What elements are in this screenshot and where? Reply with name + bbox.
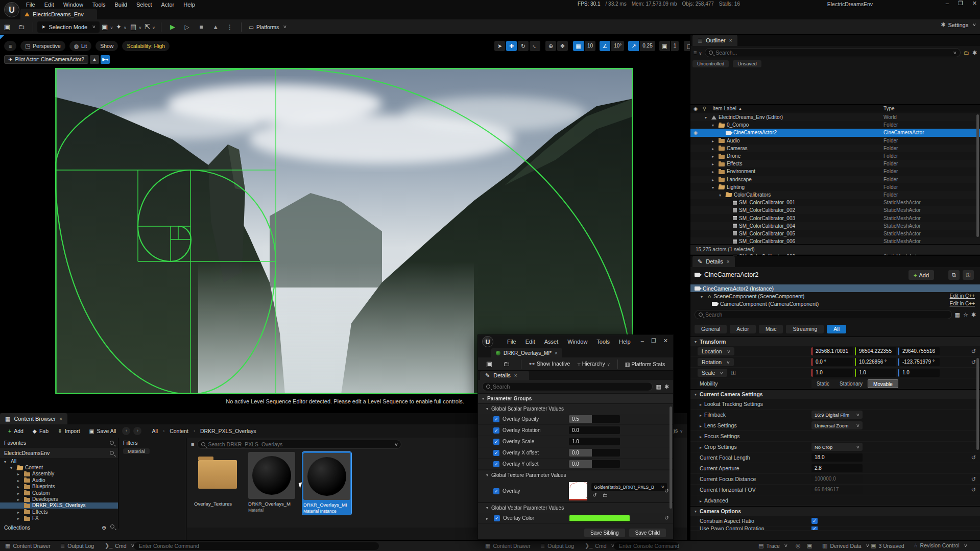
item-label-column[interactable]: Item Label	[712, 106, 736, 111]
reset-icon[interactable]: ↺	[971, 348, 976, 355]
mobility-static-button[interactable]: Static	[811, 379, 834, 388]
grid-snap-icon[interactable]: ▦	[573, 41, 584, 51]
pin-column-icon[interactable]: ⚲	[703, 106, 706, 111]
outliner-row[interactable]: LightingFolder	[690, 183, 980, 191]
search-icon[interactable]	[110, 441, 114, 445]
platform-stats-button[interactable]: ▥ Platform Stats	[625, 361, 665, 367]
aperture-field[interactable]: 2.8	[811, 464, 863, 472]
pilot-actor-label-pill[interactable]: ✈ Pilot Actor: CineCameraActor2	[4, 55, 88, 64]
scale-x-field[interactable]: 1.0	[811, 369, 853, 377]
content-drawer-button[interactable]: ▦Content Drawer	[5, 542, 51, 549]
search-icon[interactable]	[110, 524, 114, 529]
menu-help[interactable]: Help	[179, 1, 200, 9]
tree-item[interactable]: Developers	[0, 496, 118, 502]
eject-pilot-button[interactable]: ▲	[90, 55, 99, 64]
filter-chip-unsaved[interactable]: Unsaved	[733, 60, 761, 67]
expand-arrow[interactable]	[486, 515, 491, 521]
parameter-groups-header[interactable]: ▾Parameter Groups	[478, 393, 673, 403]
outliner-row[interactable]: LandscapeFolder	[690, 176, 980, 183]
visibility-column-icon[interactable]	[694, 106, 698, 111]
menu-tools[interactable]: Tools	[592, 338, 614, 346]
param-checkbox[interactable]: ✓	[493, 461, 499, 467]
show-dropdown[interactable]: Show	[95, 41, 118, 51]
use-selected-icon[interactable]: ↺	[592, 492, 596, 498]
add-collection-icon[interactable]: ⊕	[102, 524, 106, 531]
show-inactive-button[interactable]: 👓 Show Inactive	[529, 361, 570, 367]
mobility-movable-button[interactable]: Movable	[868, 379, 898, 388]
filter-icon[interactable]: ≡∨	[694, 50, 702, 56]
menu-window[interactable]: Window	[59, 1, 88, 9]
tab-streaming[interactable]: Streaming	[786, 325, 824, 333]
param-checkbox[interactable]: ✓	[493, 439, 499, 445]
rotation-snap-icon[interactable]: ∠	[600, 41, 610, 51]
details-settings-icon[interactable]	[971, 312, 976, 318]
scale-z-field[interactable]: 1.0	[898, 369, 940, 377]
grid-snap-value[interactable]: 10	[585, 41, 595, 51]
tree-item-content[interactable]: Content	[0, 464, 118, 470]
content-browser-tab[interactable]: ▦ Content Browser ×	[0, 413, 67, 424]
filter-chip-material[interactable]: Material	[123, 448, 150, 454]
vector-params-header[interactable]: ▾Global Vector Parameter Values	[478, 502, 673, 513]
lit-dropdown[interactable]: ◍ Lit	[69, 41, 91, 51]
param-checkbox[interactable]: ✓	[494, 515, 500, 521]
y-offset-field[interactable]: 0.0	[569, 460, 620, 468]
play-options-icon[interactable]: ⋮	[225, 22, 235, 32]
horizontal-fov-field[interactable]: 66.849617	[811, 486, 863, 494]
rotation-x-field[interactable]: 0.0 °	[811, 358, 853, 366]
camera-settings-section-header[interactable]: ▾Current Camera Settings	[690, 389, 980, 399]
save-sibling-button[interactable]: Save Sibling	[584, 529, 625, 537]
scale-dropdown[interactable]: Scale∨	[698, 369, 727, 377]
material-details-tab[interactable]: ✎ Details ×	[480, 371, 529, 380]
location-y-field[interactable]: 96504.222355	[855, 347, 896, 355]
window-console-command-input[interactable]: Enter Console Command	[614, 542, 679, 550]
viewport-options-menu[interactable]: ≡	[4, 41, 16, 51]
type-column[interactable]: Type	[883, 106, 895, 111]
pawn-rotation-checkbox[interactable]: ✓	[811, 526, 818, 531]
rotation-snap-value[interactable]: 10°	[611, 41, 624, 51]
outliner-row[interactable]: SM_ColorCalibrator_001StaticMeshActor	[690, 199, 980, 206]
location-z-field[interactable]: 29640.755516	[898, 347, 940, 355]
maximize-button[interactable]: ❐	[958, 0, 963, 7]
component-row-scene-component[interactable]: ⌂ SceneComponent (SceneComponent) Edit i…	[690, 292, 980, 300]
tree-item[interactable]: Blueprints	[0, 484, 118, 490]
settings-dropdown[interactable]: Settings ∨	[941, 21, 976, 28]
import-button[interactable]: ⇩Import	[55, 426, 83, 436]
camera-speed-icon[interactable]: ▣	[659, 41, 670, 51]
breadcrumb-current-folder[interactable]: DRKR_PXLS_Overlays	[200, 428, 256, 434]
selection-mode-dropdown[interactable]: ➤ Selection Mode ∨	[37, 21, 100, 33]
select-tool-button[interactable]: ➤	[494, 41, 505, 51]
play-button[interactable]: ▶	[168, 22, 178, 32]
mobility-stationary-button[interactable]: Stationary	[834, 379, 868, 388]
display-options-icon[interactable]: ▦	[656, 384, 661, 390]
filter-chip-uncontrolled[interactable]: Uncontrolled	[692, 60, 729, 67]
menu-window[interactable]: Window	[563, 338, 592, 346]
play-from-here-button[interactable]: ▷	[182, 22, 192, 32]
reset-icon[interactable]: ↺	[664, 488, 669, 494]
scale-tool-button[interactable]: ↔	[530, 41, 540, 51]
component-row-actor-instance[interactable]: CineCameraActor2 (Instance)	[690, 284, 980, 292]
unsaved-assets-button[interactable]: ▣3 Unsaved	[871, 542, 904, 549]
view-options-icon[interactable]: ≡	[191, 441, 194, 447]
focus-distance-field[interactable]: 100000.0	[811, 475, 863, 483]
forward-button[interactable]: ›	[133, 427, 141, 435]
param-checkbox[interactable]: ✓	[493, 450, 499, 456]
back-button[interactable]: ‹	[122, 427, 130, 435]
breadcrumb-content[interactable]: Content	[170, 428, 188, 434]
advanced-row[interactable]: Advanced	[690, 495, 980, 506]
outliner-row-selected[interactable]: CineCameraActor2CineCameraActor	[690, 129, 980, 136]
param-checkbox[interactable]: ✓	[493, 416, 499, 422]
menu-asset[interactable]: Asset	[540, 338, 563, 346]
surface-snap-icon[interactable]: ❖	[557, 41, 568, 51]
revision-control-dropdown[interactable]: ⑃Revision Control∨	[914, 542, 967, 548]
reset-icon[interactable]: ↺	[971, 487, 976, 493]
source-control-icon[interactable]: 🗀	[16, 22, 27, 32]
platforms-dropdown[interactable]: ▭ Platforms ∨	[246, 22, 290, 32]
outliner-row[interactable]: SM_ColorCalibrator_005StaticMeshActor	[690, 230, 980, 237]
constrain-aspect-checkbox[interactable]: ✓	[811, 518, 818, 524]
scale-lock-icon[interactable]: ⚿	[731, 370, 735, 376]
lens-dropdown[interactable]: Universal Zoom∨	[811, 421, 863, 429]
outliner-scrollbar[interactable]	[976, 114, 979, 237]
console-command-input[interactable]: Enter Console Command	[134, 542, 379, 550]
param-checkbox[interactable]: ✓	[493, 427, 499, 434]
display-options-icon[interactable]: ▦	[955, 312, 960, 318]
